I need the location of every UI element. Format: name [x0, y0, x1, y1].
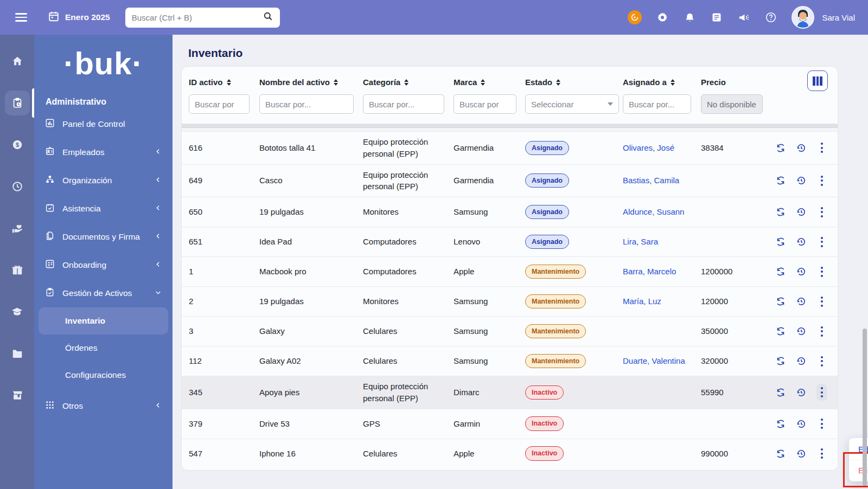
- table-row[interactable]: 616 Bototos talla 41 Equipo protección p…: [182, 131, 838, 164]
- history-icon[interactable]: [796, 207, 807, 217]
- more-options-icon[interactable]: [816, 204, 827, 221]
- sync-icon[interactable]: [775, 296, 786, 307]
- assignee-link[interactable]: Barra, Marcelo: [623, 267, 676, 276]
- sync-icon[interactable]: [775, 143, 786, 153]
- columns-button[interactable]: [807, 70, 828, 91]
- more-options-icon[interactable]: [816, 445, 827, 462]
- news-icon[interactable]: [710, 11, 723, 24]
- benefits-icon[interactable]: [5, 216, 30, 241]
- gear-icon[interactable]: [656, 11, 669, 24]
- search-icon[interactable]: [263, 11, 273, 24]
- filter-category-input[interactable]: [363, 94, 444, 114]
- sidebar-subitem-configuraciones[interactable]: Configuraciones: [39, 362, 168, 389]
- education-icon[interactable]: [5, 299, 30, 324]
- sync-icon[interactable]: [775, 356, 786, 366]
- column-header-assignee[interactable]: Asignado a: [623, 78, 701, 87]
- menu-icon[interactable]: [15, 11, 27, 24]
- table-row[interactable]: 2 19 pulgadas Monitores Samsung Mantenim…: [182, 286, 838, 316]
- sidebar-item-otros[interactable]: Otros: [34, 392, 173, 420]
- avatar[interactable]: [792, 6, 814, 29]
- sidebar-item-gestion-de-activos[interactable]: Gestión de Activos: [34, 279, 173, 307]
- more-options-icon[interactable]: [816, 293, 827, 310]
- history-icon[interactable]: [796, 356, 807, 366]
- history-icon[interactable]: [796, 387, 807, 398]
- store-icon[interactable]: [5, 383, 30, 408]
- vertical-scrollbar[interactable]: [863, 329, 867, 486]
- history-icon[interactable]: [796, 266, 807, 277]
- column-header-brand[interactable]: Marca: [454, 78, 525, 87]
- sidebar-item-asistencia[interactable]: Asistencia: [34, 195, 173, 223]
- sidebar-item-panel-de-control[interactable]: Panel de Control: [34, 110, 173, 138]
- history-icon[interactable]: [796, 143, 807, 153]
- alert-orange-icon[interactable]: [628, 10, 642, 24]
- table-row[interactable]: 345 Apoya pies Equipo protección persona…: [182, 376, 838, 409]
- column-header-name[interactable]: Nombre del activo: [259, 78, 363, 87]
- history-icon[interactable]: [796, 419, 807, 429]
- sync-icon[interactable]: [775, 236, 786, 247]
- more-options-icon[interactable]: [816, 353, 827, 370]
- column-header-id[interactable]: ID activo: [189, 78, 259, 87]
- more-options-icon[interactable]: [816, 234, 827, 250]
- sidebar-item-onboarding[interactable]: Onboarding: [34, 251, 173, 279]
- user-name[interactable]: Sara Vial: [822, 13, 855, 22]
- more-options-icon[interactable]: [816, 139, 827, 156]
- sync-icon[interactable]: [775, 448, 786, 459]
- more-options-icon[interactable]: [816, 172, 827, 189]
- search-input[interactable]: [132, 13, 263, 22]
- payments-icon[interactable]: $: [5, 132, 30, 157]
- help-icon[interactable]: [764, 11, 777, 24]
- sync-icon[interactable]: [775, 387, 786, 398]
- table-row[interactable]: 379 Drive 53 GPS Garmin Inactivo: [182, 409, 838, 439]
- filter-status-select[interactable]: Seleccionar: [525, 94, 619, 114]
- inventory-clipboard-icon[interactable]: [5, 91, 30, 115]
- history-icon[interactable]: [796, 448, 807, 459]
- column-header-status[interactable]: Estado: [525, 78, 623, 87]
- assignee-link[interactable]: Duarte, Valentina: [623, 356, 685, 365]
- history-icon[interactable]: [796, 326, 807, 337]
- more-options-icon[interactable]: [816, 415, 827, 432]
- sidebar-item-documentos-y-firma[interactable]: Documentos y Firma: [34, 223, 173, 251]
- assignee-link[interactable]: Olivares, José: [623, 143, 674, 152]
- history-icon[interactable]: [796, 296, 807, 307]
- table-row[interactable]: 112 Galaxy A02 Celulares Samsung Manteni…: [182, 346, 838, 376]
- global-search[interactable]: [125, 8, 280, 28]
- sync-icon[interactable]: [775, 266, 786, 277]
- more-options-icon[interactable]: [816, 323, 827, 340]
- period-label[interactable]: Enero 2025: [65, 12, 110, 22]
- assignee-link[interactable]: Lira, Sara: [623, 237, 658, 246]
- filter-id-input[interactable]: [189, 94, 250, 114]
- table-row[interactable]: 650 19 pulgadas Monitores Samsung Asigna…: [182, 197, 838, 227]
- sidebar-subitem-ordenes[interactable]: Órdenes: [39, 334, 168, 362]
- sidebar-item-empleados[interactable]: Empleados: [34, 138, 173, 166]
- column-header-category[interactable]: Categoría: [363, 78, 454, 87]
- more-options-icon[interactable]: [816, 384, 827, 401]
- calendar-icon[interactable]: [48, 10, 60, 24]
- bell-icon[interactable]: [683, 11, 696, 24]
- table-row[interactable]: 547 Iphone 16 Celulares Apple Inactivo 9…: [182, 439, 838, 468]
- sidebar-item-organizacion[interactable]: Organización: [34, 166, 173, 195]
- assignee-link[interactable]: Aldunce, Susann: [623, 207, 684, 216]
- table-row[interactable]: 649 Casco Equipo protección personal (EP…: [182, 164, 838, 197]
- table-row[interactable]: 651 Idea Pad Computadores Lenovo Asignad…: [182, 227, 838, 256]
- sync-icon[interactable]: [775, 175, 786, 186]
- clock-icon[interactable]: [5, 174, 30, 199]
- sidebar-subitem-inventario[interactable]: Inventario: [39, 307, 168, 334]
- sync-icon[interactable]: [775, 326, 786, 337]
- assignee-link[interactable]: María, Luz: [623, 297, 661, 306]
- sort-icon[interactable]: [556, 79, 560, 86]
- folder-icon[interactable]: [5, 341, 30, 366]
- sort-icon[interactable]: [481, 79, 485, 86]
- sort-icon[interactable]: [671, 79, 675, 86]
- assignee-link[interactable]: Bastias, Camila: [623, 176, 679, 185]
- sync-icon[interactable]: [775, 419, 786, 429]
- more-options-icon[interactable]: [816, 263, 827, 280]
- home-icon[interactable]: [5, 49, 30, 74]
- filter-name-input[interactable]: [259, 94, 354, 114]
- sync-icon[interactable]: [775, 207, 786, 217]
- history-icon[interactable]: [796, 236, 807, 247]
- filter-assignee-input[interactable]: [623, 94, 691, 114]
- sort-icon[interactable]: [404, 79, 409, 86]
- sort-icon[interactable]: [334, 79, 338, 86]
- gift-icon[interactable]: [5, 258, 30, 282]
- history-icon[interactable]: [796, 175, 807, 186]
